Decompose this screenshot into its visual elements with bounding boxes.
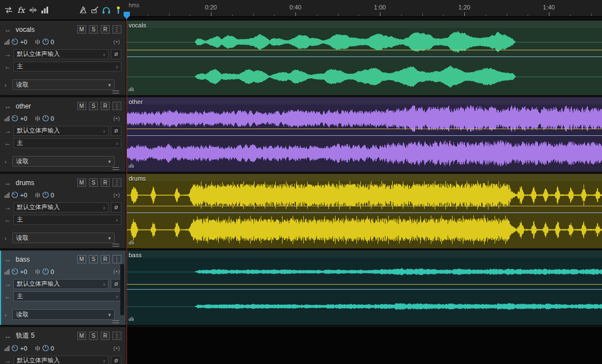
volume-value[interactable]: +0	[20, 39, 27, 45]
pan-value[interactable]: 0	[51, 39, 54, 45]
track-resize-handle[interactable]	[112, 167, 119, 170]
automation-mode-select[interactable]: 读取 ▾	[12, 233, 115, 243]
pan-knob[interactable]	[42, 115, 49, 122]
automation-mode-select[interactable]: 读取 ▾	[12, 156, 115, 167]
arm-button[interactable]: R	[101, 25, 110, 34]
track-vertical-scrollbar[interactable]	[120, 264, 124, 315]
volume-knob[interactable]	[11, 268, 18, 275]
output-select[interactable]: 主 ›	[13, 291, 121, 301]
pan-knob[interactable]	[42, 344, 49, 352]
track-name[interactable]: other	[16, 102, 31, 110]
track-resize-handle[interactable]	[112, 91, 119, 93]
track-lane[interactable]: other	[126, 97, 602, 172]
clip-gain-icon[interactable]	[129, 160, 134, 170]
input-select[interactable]: 默认立体声输入 ›	[13, 356, 109, 364]
track-resize-handle[interactable]	[112, 244, 119, 247]
input-select[interactable]: 默认立体声输入 ›	[13, 126, 109, 136]
metronome-icon[interactable]	[78, 5, 87, 15]
input-select[interactable]: 默认立体声输入 ›	[13, 202, 109, 212]
pan-value[interactable]: 0	[51, 115, 54, 122]
input-monitor-icon[interactable]: (•)	[114, 116, 120, 121]
no-input-button[interactable]: ø	[111, 49, 121, 59]
track-name[interactable]: drums	[16, 179, 34, 187]
volume-value[interactable]: +0	[20, 115, 27, 122]
output-select[interactable]: 主 ›	[13, 215, 121, 225]
clip-gain-icon[interactable]	[129, 313, 134, 323]
mute-button[interactable]: M	[77, 25, 86, 34]
arm-button[interactable]: R	[101, 332, 110, 340]
clip-gain-icon[interactable]	[129, 237, 134, 247]
arrows-swap-icon[interactable]	[4, 5, 13, 15]
fx-icon[interactable]: fx	[16, 5, 26, 15]
track-drag-icon[interactable]: ↔	[4, 332, 13, 340]
automation-mode-select[interactable]: 读取 ▾	[12, 309, 115, 320]
track-name[interactable]: bass	[16, 256, 30, 263]
track-lane[interactable]: vocals	[126, 21, 602, 95]
track-resize-handle[interactable]	[112, 320, 119, 323]
pan-value[interactable]: 0	[51, 268, 54, 275]
volume-value[interactable]: +0	[20, 268, 27, 275]
pan-knob[interactable]	[42, 38, 49, 45]
twirl-icon[interactable]: ›	[4, 82, 12, 88]
no-input-button[interactable]: ø	[111, 126, 121, 136]
solo-button[interactable]: S	[89, 102, 98, 110]
meter-bars-icon[interactable]	[40, 5, 49, 15]
input-monitor-icon[interactable]: (•)	[114, 39, 120, 45]
track-name[interactable]: vocals	[16, 26, 35, 34]
headphones-icon[interactable]	[102, 5, 111, 15]
pan-knob[interactable]	[42, 268, 49, 275]
volume-knob[interactable]	[11, 191, 18, 198]
arm-button[interactable]: R	[101, 102, 110, 110]
solo-button[interactable]: S	[89, 255, 98, 263]
mute-button[interactable]: M	[77, 102, 86, 110]
pen-jar-icon[interactable]	[90, 5, 99, 15]
track-drag-icon[interactable]: ↔	[4, 256, 13, 263]
pan-value[interactable]: 0	[51, 345, 54, 352]
input-select[interactable]: 默认立体声输入 ›	[13, 279, 109, 289]
input-monitor-icon[interactable]: (•)	[114, 192, 120, 198]
track-menu-button[interactable]: ⋮	[112, 102, 121, 110]
automation-mode-select[interactable]: 读取 ▾	[12, 79, 115, 90]
track-lane[interactable]: bass	[126, 250, 602, 325]
volume-knob[interactable]	[11, 115, 18, 122]
arm-button[interactable]: R	[101, 178, 110, 187]
mute-button[interactable]: M	[77, 255, 86, 263]
track-name[interactable]: 轨道 5	[16, 331, 35, 341]
volume-value[interactable]: +0	[20, 345, 27, 352]
volume-value[interactable]: +0	[20, 192, 27, 198]
time-format-label[interactable]: hms	[129, 2, 139, 8]
solo-button[interactable]: S	[89, 178, 98, 187]
pan-value[interactable]: 0	[51, 192, 54, 198]
track-menu-button[interactable]: ⋮	[112, 332, 121, 340]
clip-gain-icon[interactable]	[129, 83, 134, 93]
track-drag-icon[interactable]: ↔	[4, 179, 13, 187]
pan-knob[interactable]	[42, 191, 49, 198]
twirl-icon[interactable]: ›	[4, 158, 12, 165]
mute-button[interactable]: M	[77, 332, 86, 340]
output-select[interactable]: 主 ›	[13, 138, 121, 148]
track-drag-icon[interactable]: ↔	[4, 102, 13, 110]
pin-icon[interactable]	[114, 5, 123, 15]
volume-knob[interactable]	[11, 344, 18, 352]
twirl-icon[interactable]: ›	[4, 311, 12, 318]
track-menu-button[interactable]: ⋮	[112, 255, 121, 263]
solo-button[interactable]: S	[89, 25, 98, 34]
input-monitor-icon[interactable]: (•)	[114, 269, 120, 275]
solo-button[interactable]: S	[89, 332, 98, 340]
input-monitor-icon[interactable]: (•)	[114, 346, 120, 351]
track-menu-button[interactable]: ⋮	[112, 25, 121, 34]
arrows-to-bar-icon[interactable]	[29, 5, 37, 15]
no-input-button[interactable]: ø	[111, 356, 121, 364]
track-lane[interactable]	[126, 327, 602, 364]
track-lane[interactable]: drums	[126, 174, 602, 248]
mute-button[interactable]: M	[77, 178, 86, 187]
volume-knob[interactable]	[11, 38, 18, 45]
input-select[interactable]: 默认立体声输入 ›	[13, 49, 109, 59]
output-select[interactable]: 主 ›	[13, 62, 121, 72]
no-input-button[interactable]: ø	[111, 202, 121, 212]
arm-button[interactable]: R	[101, 255, 110, 263]
twirl-icon[interactable]: ›	[4, 235, 12, 242]
track-menu-button[interactable]: ⋮	[112, 178, 121, 187]
timeline-ruler[interactable]: hms 0:200:401:001:201:40	[126, 0, 602, 17]
track-drag-icon[interactable]: ↔	[4, 26, 13, 34]
